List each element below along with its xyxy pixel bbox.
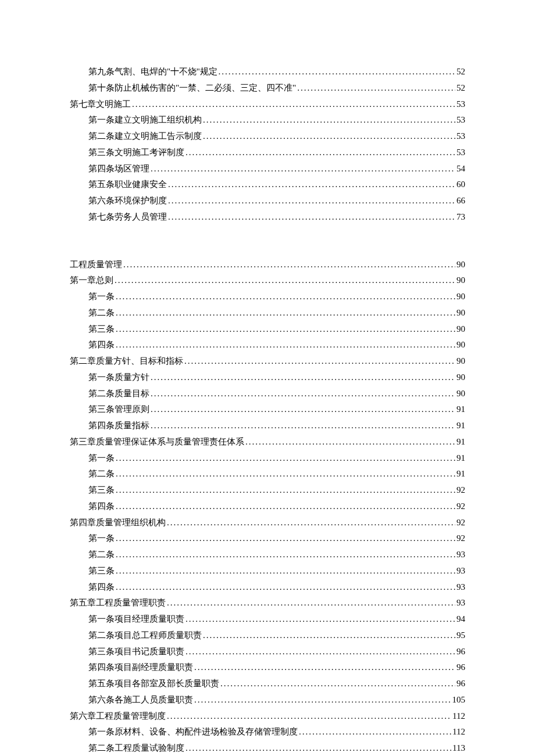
- toc-leader-dots: [220, 676, 455, 692]
- section-gap: [70, 225, 465, 257]
- toc-entry: 第七条劳务人员管理73: [70, 209, 465, 225]
- toc-entry: 第三条管理原则91: [70, 402, 465, 418]
- toc-entry-page: 93: [456, 595, 465, 611]
- toc-entry: 第三条文明施工考评制度53: [70, 145, 465, 161]
- toc-entry-label: 第一条质量方针: [88, 370, 149, 386]
- toc-leader-dots: [167, 595, 455, 611]
- toc-entry-label: 第九条气割、电焊的"十不烧''规定: [88, 64, 217, 80]
- toc-leader-dots: [116, 337, 455, 353]
- toc-entry-label: 工程质量管理: [70, 257, 122, 273]
- toc-entry-page: 90: [456, 370, 465, 386]
- toc-entry-page: 90: [456, 337, 465, 353]
- toc-entry-page: 91: [456, 434, 465, 450]
- toc-entry: 第六条各施工人员质量职责105: [70, 692, 465, 708]
- toc-entry-page: 73: [456, 209, 465, 225]
- toc-entry: 第三条90: [70, 321, 465, 338]
- toc-entry-page: 96: [456, 676, 465, 692]
- toc-leader-dots: [186, 740, 451, 756]
- toc-leader-dots: [116, 289, 455, 305]
- toc-entry: 第四条90: [70, 337, 465, 353]
- toc-leader-dots: [168, 209, 455, 225]
- toc-entry: 第一条项目经理质量职责94: [70, 611, 465, 628]
- toc-entry: 第一条92: [70, 531, 465, 547]
- toc-leader-dots: [116, 531, 455, 547]
- toc-entry-label: 第二条: [88, 305, 115, 321]
- toc-entry-label: 第五条职业健康安全: [88, 177, 167, 193]
- toc-leader-dots: [151, 402, 455, 418]
- toc-entry-page: 90: [456, 386, 465, 402]
- toc-leader-dots: [194, 692, 451, 708]
- toc-entry-page: 53: [456, 96, 465, 113]
- toc-entry-label: 第四章质量管理组织机构: [70, 515, 166, 531]
- toc-entry-page: 92: [456, 531, 465, 547]
- toc-entry-page: 52: [456, 80, 465, 96]
- toc-leader-dots: [151, 386, 455, 402]
- toc-entry-label: 第一条建立文明施工组织机构: [88, 112, 202, 128]
- toc-entry-page: 54: [456, 161, 465, 177]
- toc-entry: 第四章质量管理组织机构92: [70, 515, 465, 531]
- toc-entry: 第一条90: [70, 289, 465, 305]
- toc-entry: 第五章工程质量管理职责93: [70, 595, 465, 611]
- toc-leader-dots: [151, 418, 455, 434]
- toc-entry: 第二条建立文明施工告示制度53: [70, 128, 465, 145]
- toc-leader-dots: [116, 482, 455, 499]
- toc-entry: 第一条原材料、设备、构配件进场检验及存储管理制度112: [70, 724, 465, 740]
- toc-leader-dots: [245, 434, 455, 450]
- toc-leader-dots: [203, 128, 455, 145]
- toc-entry-label: 第四条场区管理: [88, 161, 149, 177]
- toc-leader-dots: [116, 450, 455, 467]
- toc-entry-label: 第二条项目总工程师质量职责: [88, 628, 202, 644]
- toc-entry-page: 96: [456, 644, 465, 660]
- toc-entry-page: 93: [456, 547, 465, 563]
- toc-entry-page: 92: [456, 482, 465, 499]
- toc-leader-dots: [186, 611, 455, 628]
- table-of-contents: 第九条气割、电焊的"十不烧''规定52第十条防止机械伤害的"一禁、二必须、三定、…: [70, 64, 465, 756]
- toc-leader-dots: [116, 466, 455, 482]
- toc-entry-page: 53: [456, 145, 465, 161]
- toc-entry: 第四条项目副经理质量职责96: [70, 660, 465, 676]
- toc-leader-dots: [123, 257, 455, 273]
- toc-leader-dots: [151, 161, 455, 177]
- toc-entry-page: 93: [456, 563, 465, 579]
- toc-entry-label: 第四条: [88, 499, 115, 515]
- toc-entry-label: 第四条: [88, 337, 115, 353]
- toc-entry: 第一条建立文明施工组织机构53: [70, 112, 465, 128]
- toc-entry-page: 105: [452, 692, 466, 708]
- toc-leader-dots: [203, 628, 455, 644]
- toc-entry-label: 第四条质量指标: [88, 418, 149, 434]
- toc-entry: 第一条91: [70, 450, 465, 467]
- toc-entry-label: 第四条项目副经理质量职责: [88, 660, 193, 676]
- toc-entry-page: 112: [452, 708, 465, 725]
- toc-leader-dots: [219, 64, 455, 80]
- toc-entry: 第五条职业健康安全60: [70, 177, 465, 193]
- toc-leader-dots: [116, 499, 455, 515]
- toc-entry-page: 90: [456, 305, 465, 321]
- toc-entry: 第四条质量指标91: [70, 418, 465, 434]
- toc-entry-label: 第一章总则: [70, 273, 113, 289]
- toc-entry-label: 第三条: [88, 321, 115, 338]
- toc-entry-page: 91: [456, 418, 465, 434]
- toc-entry: 第九条气割、电焊的"十不烧''规定52: [70, 64, 465, 80]
- toc-leader-dots: [194, 660, 455, 676]
- toc-leader-dots: [186, 145, 455, 161]
- toc-entry: 第四条场区管理54: [70, 161, 465, 177]
- toc-entry-label: 第三条管理原则: [88, 402, 149, 418]
- toc-entry: 第二条项目总工程师质量职责95: [70, 628, 465, 644]
- toc-leader-dots: [132, 96, 455, 113]
- toc-entry-label: 第二章质量方针、目标和指标: [70, 353, 183, 370]
- toc-leader-dots: [115, 273, 455, 289]
- toc-entry-page: 60: [456, 177, 465, 193]
- toc-entry-page: 53: [456, 112, 465, 128]
- toc-entry: 第四条92: [70, 499, 465, 515]
- toc-entry: 第三条93: [70, 563, 465, 579]
- toc-entry: 第四条93: [70, 579, 465, 596]
- toc-leader-dots: [116, 579, 455, 596]
- toc-entry-label: 第五条项目各部室及部长质量职责: [88, 676, 219, 692]
- toc-entry-label: 第五章工程质量管理职责: [70, 595, 166, 611]
- toc-entry-label: 第三章质量管理保证体系与质量管理责任体系: [70, 434, 244, 450]
- toc-leader-dots: [168, 193, 455, 209]
- toc-entry: 第六章工程质量管理制度112: [70, 708, 465, 725]
- toc-entry-label: 第三条项目书记质量职责: [88, 644, 184, 660]
- toc-entry: 第三条项目书记质量职责96: [70, 644, 465, 660]
- toc-entry-label: 第七条劳务人员管理: [88, 209, 167, 225]
